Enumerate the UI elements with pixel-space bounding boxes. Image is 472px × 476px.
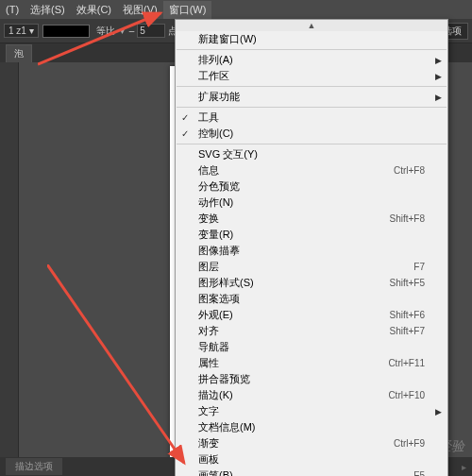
menu-item[interactable]: 新建窗口(W) [176, 31, 447, 47]
menu-item[interactable]: ✓控制(C) [176, 126, 447, 142]
menu-shortcut: F7 [413, 262, 425, 272]
menu-shortcut: Ctrl+F11 [388, 358, 425, 368]
menu-item[interactable]: 信息Ctrl+F8 [176, 162, 447, 178]
menu-window[interactable]: 窗口(W) [163, 1, 212, 19]
menu-shortcut: Shift+F7 [389, 326, 425, 336]
menu-separator [177, 144, 447, 144]
menu-shortcut: Ctrl+F8 [394, 165, 425, 176]
menu-item-label: 画笔(B) [198, 468, 395, 476]
status-label[interactable]: 描边选项 [6, 458, 62, 475]
menu-item[interactable]: 图形样式(S)Shift+F5 [176, 275, 447, 291]
menu-item[interactable]: 图案选项 [176, 291, 447, 307]
points-prefix: – [129, 26, 135, 36]
check-icon: ✓ [181, 112, 189, 123]
menu-item-label: 对齐 [198, 324, 370, 338]
menu-item-label: 排列(A) [198, 53, 425, 67]
submenu-arrow-icon: ▶ [435, 56, 442, 65]
menu-item-label: SVG 交互(Y) [198, 147, 425, 162]
menu-item[interactable]: 拼合器预览 [176, 371, 447, 387]
menu-item[interactable]: 图像描摹 [176, 243, 447, 259]
menu-separator [177, 86, 447, 87]
submenu-arrow-icon: ▶ [435, 93, 442, 102]
menu-item-label: 图像描摹 [198, 244, 425, 258]
stroke-preview[interactable] [42, 25, 90, 38]
chevron-right-icon: ▸ [462, 462, 466, 472]
menu-item-label: 渐变 [198, 436, 375, 450]
menu-item[interactable]: 外观(E)Shift+F6 [176, 307, 447, 323]
menu-item-label: 属性 [198, 356, 369, 370]
menu-item[interactable]: 扩展功能▶ [176, 89, 447, 105]
menu-item-label: 信息 [198, 163, 375, 178]
menu-item[interactable]: 导航器 [176, 339, 447, 355]
menu-item[interactable]: 工作区▶ [176, 68, 447, 84]
menu-item-label: 文档信息(M) [198, 420, 425, 434]
menu-effect[interactable]: 效果(C) [71, 1, 117, 19]
menu-item[interactable]: 文字▶ [176, 403, 447, 419]
submenu-arrow-icon: ▶ [435, 72, 442, 81]
menu-item[interactable]: 文档信息(M) [176, 419, 447, 435]
chevron-down-icon: ▾ [29, 26, 34, 36]
menu-separator [177, 107, 447, 108]
menu-item-label: 工作区 [198, 69, 425, 83]
menu-item[interactable]: 变换Shift+F8 [176, 211, 447, 227]
menu-item-label: 工具 [198, 110, 425, 125]
menu-item-label: 文字 [198, 404, 425, 418]
ratio-label: 等比 [96, 25, 115, 38]
menu-item[interactable]: 分色预览 [176, 178, 447, 195]
menu-item-label: 动作(N) [198, 196, 425, 210]
menu-item-label: 变量(R) [198, 228, 425, 242]
scroll-up-icon[interactable]: ▲ [176, 20, 447, 31]
menu-view[interactable]: 视图(V) [117, 1, 163, 19]
menu-item-label: 图层 [198, 260, 395, 274]
menu-item[interactable]: 图层F7 [176, 259, 447, 275]
menu-shortcut: Shift+F6 [389, 310, 425, 320]
menu-item-label: 分色预览 [198, 179, 425, 194]
menu-item-label: 画板 [198, 452, 425, 467]
menu-item[interactable]: 画板 [176, 451, 447, 468]
menu-shortcut: Ctrl+F9 [394, 438, 425, 449]
menu-item[interactable]: 对齐Shift+F7 [176, 323, 447, 339]
menu-item-label: 控制(C) [198, 127, 425, 141]
menubar: (T) 选择(S) 效果(C) 视图(V) 窗口(W) [0, 0, 472, 19]
menu-item-label: 新建窗口(W) [198, 32, 425, 46]
left-toolbar [0, 62, 19, 457]
menu-item[interactable]: 排列(A)▶ [176, 52, 447, 68]
menu-item-label: 图形样式(S) [198, 276, 370, 290]
menu-item-label: 拼合器预览 [198, 372, 425, 386]
menu-item[interactable]: 动作(N) [176, 195, 447, 211]
menu-separator [177, 49, 447, 50]
menu-item[interactable]: SVG 交互(Y) [176, 146, 447, 162]
menu-shortcut: F5 [413, 470, 425, 476]
menu-shortcut: Shift+F5 [389, 278, 425, 288]
menu-item[interactable]: 渐变Ctrl+F9 [176, 435, 447, 451]
menu-item[interactable]: 描边(K)Ctrl+F10 [176, 387, 447, 403]
chevron-down-icon[interactable]: ▾ [120, 26, 125, 36]
menu-item[interactable]: 变量(R) [176, 227, 447, 243]
check-icon: ✓ [181, 128, 189, 139]
points-input[interactable] [137, 24, 165, 38]
preset-select[interactable]: 1 z1 ▾ [4, 24, 39, 38]
menu-item-label: 图案选项 [198, 292, 425, 306]
menu-select[interactable]: 选择(S) [25, 1, 71, 19]
menu-shortcut: Ctrl+F10 [388, 390, 425, 400]
menu-item-label: 变换 [198, 212, 370, 226]
menu-item[interactable]: 属性Ctrl+F11 [176, 355, 447, 371]
menu-item-label: 外观(E) [198, 308, 370, 322]
menu-item[interactable]: 画笔(B)F5 [176, 468, 447, 476]
menu-item[interactable]: ✓工具 [176, 110, 447, 126]
document-tab[interactable]: 泡 [6, 44, 32, 62]
window-dropdown: ▲ 新建窗口(W)排列(A)▶工作区▶扩展功能▶✓工具✓控制(C)SVG 交互(… [175, 19, 448, 476]
menu-item-label: 扩展功能 [198, 90, 425, 104]
menu-item-label: 导航器 [198, 340, 425, 354]
menu-shortcut: Shift+F8 [389, 213, 425, 224]
menu-t[interactable]: (T) [0, 2, 25, 17]
menu-item-label: 描边(K) [198, 388, 369, 402]
submenu-arrow-icon: ▶ [435, 407, 442, 416]
